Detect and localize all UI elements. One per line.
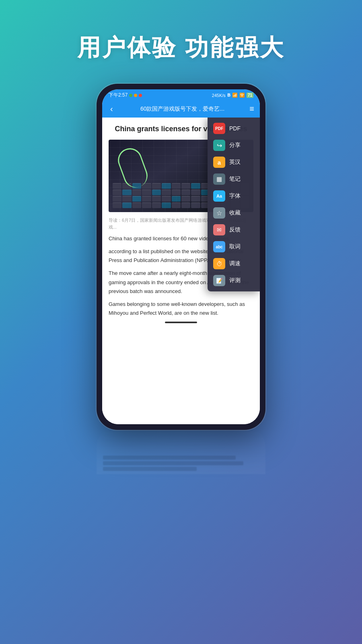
menu-item-speed[interactable]: ⏱ 调速: [208, 255, 260, 272]
menu-item-word[interactable]: abc 取词: [208, 238, 260, 255]
status-time: 下午2:57: [109, 92, 128, 99]
phone-screen: 下午2:57 245K/s 𝗕 📶 🛜 71 ‹: [102, 89, 260, 424]
menu-item-review[interactable]: 📝 评测: [208, 272, 260, 289]
status-right: 245K/s 𝗕 📶 🛜 71: [212, 93, 253, 98]
scroll-indicator: [165, 322, 197, 323]
menu-label-share: 分享: [229, 142, 241, 149]
phone-reflection: [97, 426, 265, 474]
article-content: China grants licenses for video games: [102, 118, 260, 424]
nav-title: 60款国产游戏版号下发，爱奇艺...: [119, 105, 247, 113]
signal-icon: 📶: [232, 93, 238, 98]
menu-label-feedback: 反馈: [229, 226, 241, 233]
pdf-icon: PDF: [213, 123, 225, 134]
paragraph-4: Games belonging to some well-known devel…: [109, 300, 253, 318]
menu-item-dict[interactable]: a 英汉: [208, 154, 260, 171]
menu-item-fav[interactable]: ☆ 收藏: [208, 204, 260, 221]
menu-label-note: 笔记: [229, 175, 241, 183]
bluetooth-icon: 𝗕: [227, 93, 230, 98]
menu-item-feedback[interactable]: ✉ 反馈: [208, 221, 260, 238]
menu-label-pdf: PDF: [229, 125, 241, 132]
battery-indicator: 71: [247, 93, 253, 98]
dot-green-icon: [129, 94, 132, 97]
wifi-icon: 🛜: [239, 93, 245, 98]
hero-title: 用户体验 功能强大: [77, 32, 285, 64]
network-speed: 245K/s: [212, 93, 226, 98]
speed-icon: ⏱: [213, 258, 225, 269]
menu-item-font[interactable]: Aa 字体: [208, 188, 260, 204]
menu-label-word: 取词: [229, 243, 241, 250]
font-icon: Aa: [213, 190, 225, 202]
feedback-icon: ✉: [213, 224, 225, 235]
back-button[interactable]: ‹: [108, 103, 115, 114]
menu-item-share[interactable]: ↪ 分享: [208, 137, 260, 154]
fav-icon: ☆: [213, 207, 225, 219]
dot-orange-icon: [134, 94, 137, 97]
menu-label-fav: 收藏: [229, 209, 241, 217]
note-icon: ▦: [213, 173, 225, 185]
menu-item-note[interactable]: ▦ 笔记: [208, 171, 260, 188]
phone-frame: 下午2:57 245K/s 𝗕 📶 🛜 71 ‹: [97, 84, 265, 430]
menu-item-pdf[interactable]: PDF PDF: [208, 120, 260, 137]
review-icon: 📝: [213, 275, 225, 286]
phone-mockup: 下午2:57 245K/s 𝗕 📶 🛜 71 ‹: [97, 84, 265, 430]
dict-icon: a: [213, 157, 225, 168]
menu-label-speed: 调速: [229, 260, 241, 267]
share-icon: ↪: [213, 140, 225, 151]
top-nav: ‹ 60款国产游戏版号下发，爱奇艺... ≡: [102, 100, 260, 118]
status-bar: 下午2:57 245K/s 𝗕 📶 🛜 71: [102, 89, 260, 100]
menu-button[interactable]: ≡: [249, 104, 254, 114]
menu-label-review: 评测: [229, 277, 241, 284]
dot-red-icon: [139, 94, 142, 97]
menu-label-dict: 英汉: [229, 159, 241, 166]
dropdown-menu: PDF PDF ↪ 分享 a 英汉: [208, 118, 260, 291]
menu-label-font: 字体: [229, 192, 241, 200]
word-icon: abc: [213, 241, 225, 252]
status-left: 下午2:57: [109, 92, 142, 99]
